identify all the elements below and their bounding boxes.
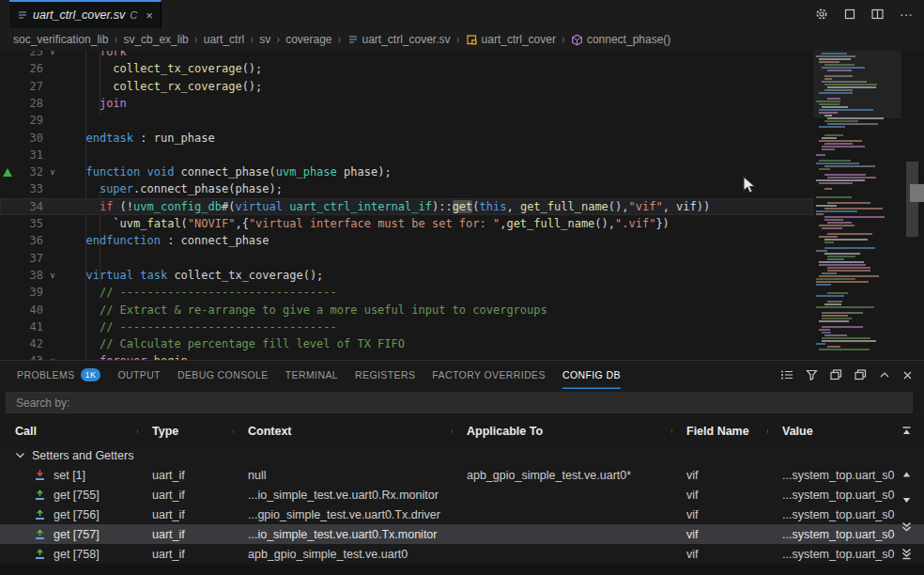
code-line-43[interactable]: 43∨ forever begin xyxy=(0,352,813,360)
scroll-down-button[interactable] xyxy=(899,492,914,507)
panel-tab-output[interactable]: OUTPUT xyxy=(117,361,161,389)
code-line-41[interactable]: 41 // -------------------------------- xyxy=(0,319,813,335)
table-row-get-756-[interactable]: get [756]uart_if...gpio_simple_test.ve.u… xyxy=(0,505,924,524)
line-number: 26 xyxy=(0,60,43,77)
editor-scrollbar-handle[interactable] xyxy=(910,184,924,202)
fold-chevron-icon xyxy=(45,180,60,197)
view-as-list-icon[interactable] xyxy=(780,369,793,381)
table-row-get-757-[interactable]: get [757]uart_if...io_simple_test.ve.uar… xyxy=(0,524,924,544)
breadcrumb-item-soc-verification-lib[interactable]: soc_verification_lib xyxy=(13,33,108,46)
breadcrumb-item-sv[interactable]: sv xyxy=(259,33,270,46)
editor-tab[interactable]: uart_ctrl_cover.sv C × xyxy=(9,0,162,28)
filter-icon[interactable] xyxy=(806,369,818,381)
scroll-up-button[interactable] xyxy=(899,467,914,482)
panel-tab-terminal[interactable]: TERMINAL xyxy=(285,361,338,389)
code-line-34[interactable]: 34 if (!uvm_config_db#(virtual uart_ctrl… xyxy=(0,198,813,215)
cell-call: set [1] xyxy=(0,469,137,482)
breadcrumb-item-coverage[interactable]: coverage xyxy=(285,33,331,46)
duplicate-window-icon[interactable] xyxy=(855,369,867,381)
cell-context: ...io_simple_test.ve.uart0.Tx.monitor xyxy=(233,528,452,541)
breadcrumb-item-connect-phase-[interactable]: connect_phase() xyxy=(571,33,670,46)
cell-field_name: vif xyxy=(671,469,767,482)
code-line-36[interactable]: 36 endfunction : connect_phase xyxy=(0,232,813,249)
code-text: join xyxy=(72,95,127,112)
line-number: 33 xyxy=(0,180,43,197)
panel-tab-factory-overrides[interactable]: FACTORY OVERRIDES xyxy=(432,361,546,389)
close-panel-icon[interactable] xyxy=(902,370,913,381)
code-text: forever begin xyxy=(72,352,188,360)
panel-tab-debug-console[interactable]: DEBUG CONSOLE xyxy=(177,361,269,389)
code-line-29[interactable]: 29 xyxy=(0,112,813,129)
cell-call: get [756] xyxy=(0,508,137,521)
fold-chevron-icon xyxy=(45,302,60,319)
panel-tab-problems[interactable]: PROBLEMS1K xyxy=(17,361,100,389)
code-text: collect_tx_coverage(); xyxy=(72,60,262,77)
code-text: `uvm_fatal("NOVIF",{"virtual interface m… xyxy=(72,215,670,232)
fold-chevron-icon xyxy=(45,112,60,129)
column-header-field-name[interactable]: Field Name xyxy=(671,425,767,438)
code-line-31[interactable]: 31 xyxy=(0,147,813,163)
code-text: endfunction : connect_phase xyxy=(72,232,270,249)
tab-close-icon[interactable]: × xyxy=(146,9,153,22)
table-row-get-755-[interactable]: get [755]uart_if...io_simple_test.ve.uar… xyxy=(0,485,924,505)
code-text: endtask : run_phase xyxy=(72,130,215,147)
fold-chevron-icon[interactable]: ∨ xyxy=(45,51,60,60)
method-icon xyxy=(571,34,583,46)
split-editor-icon[interactable] xyxy=(871,8,884,20)
column-header-context[interactable]: Context xyxy=(233,425,452,438)
table-row-set-1-[interactable]: set [1]uart_ifnullapb_gpio_simple_test.v… xyxy=(0,465,924,485)
code-line-38[interactable]: 38∨ virtual task collect_tx_coverage(); xyxy=(0,267,813,284)
column-header-applicable-to[interactable]: Applicable To xyxy=(452,425,671,438)
code-line-30[interactable]: 30 endtask : run_phase xyxy=(0,130,813,147)
panel-tab-registers[interactable]: REGISTERS xyxy=(355,361,415,389)
panel-tab-label: CONFIG DB xyxy=(562,369,621,381)
fold-chevron-icon xyxy=(45,319,60,335)
code-line-33[interactable]: 33 super.connect_phase(phase); xyxy=(0,180,813,197)
fold-chevron-icon[interactable]: ∨ xyxy=(45,267,60,284)
code-line-28[interactable]: 28 join xyxy=(0,95,813,112)
breadcrumb-item-sv-cb-ex-lib[interactable]: sv_cb_ex_lib xyxy=(123,33,188,46)
panel-tab-label: OUTPUT xyxy=(117,369,161,381)
breadcrumb: soc_verification_lib›sv_cb_ex_lib›uart_c… xyxy=(0,28,924,51)
column-header-call[interactable]: Call xyxy=(0,425,137,438)
cell-context: ...gpio_simple_test.ve.uart0.Tx.driver xyxy=(233,508,452,521)
code-text: // Calculate percentage fill level of TX… xyxy=(72,335,405,352)
breadcrumb-item-uart-ctrl[interactable]: uart_ctrl xyxy=(204,33,244,46)
minimap[interactable] xyxy=(813,51,901,360)
line-number: 30 xyxy=(0,130,43,147)
code-line-42[interactable]: 42 // Calculate percentage fill level of… xyxy=(0,335,813,352)
code-line-35[interactable]: 35 `uvm_fatal("NOVIF",{"virtual interfac… xyxy=(0,215,813,232)
search-input[interactable] xyxy=(6,392,913,413)
more-actions-icon[interactable]: ··· xyxy=(900,7,913,22)
table-row-get-758-[interactable]: get [758]uart_ifapb_gpio_simple_test.ve.… xyxy=(0,544,924,564)
cell-type: uart_if xyxy=(137,469,233,482)
breadcrumb-item-uart-ctrl-cover-sv[interactable]: uart_ctrl_cover.sv xyxy=(347,33,451,46)
settings-gear-icon[interactable] xyxy=(815,8,828,21)
code-text: fork xyxy=(72,51,127,60)
code-line-37[interactable]: 37 xyxy=(0,250,813,267)
breadcrumb-item-uart-ctrl-cover[interactable]: uart_ctrl_cover xyxy=(466,33,556,46)
code-line-40[interactable]: 40 // Extract & re-arrange to give a mor… xyxy=(0,302,813,319)
code-line-25[interactable]: 25∨ fork xyxy=(0,51,813,60)
breadcrumb-separator: › xyxy=(276,33,280,46)
page-down-button[interactable] xyxy=(899,519,914,534)
tab-badge: C xyxy=(130,9,137,21)
cell-type: uart_if xyxy=(137,528,233,541)
open-new-window-icon[interactable] xyxy=(830,369,842,381)
scroll-top-button[interactable] xyxy=(899,424,914,439)
collapse-panel-icon[interactable] xyxy=(879,370,890,380)
code-line-27[interactable]: 27 collect_rx_coverage(); xyxy=(0,78,813,95)
panel-tab-config-db[interactable]: CONFIG DB xyxy=(562,361,621,389)
breadcrumb-label: soc_verification_lib xyxy=(13,33,108,46)
code-line-26[interactable]: 26 collect_tx_coverage(); xyxy=(0,60,813,77)
code-line-39[interactable]: 39 // -------------------------------- xyxy=(0,284,813,301)
fold-chevron-icon[interactable]: ∨ xyxy=(45,352,60,360)
fold-chevron-icon[interactable]: ∨ xyxy=(45,163,60,180)
scroll-bottom-button[interactable] xyxy=(899,546,914,561)
column-header-type[interactable]: Type xyxy=(137,425,233,438)
group-row-setters-and-getters[interactable]: Setters and Getters xyxy=(0,445,924,465)
layout-square-icon[interactable] xyxy=(844,8,855,20)
breadcrumb-label: uart_ctrl_cover.sv xyxy=(362,33,451,46)
code-line-32[interactable]: 32∨ function void connect_phase(uvm_phas… xyxy=(0,163,813,180)
fold-chevron-icon xyxy=(45,130,60,147)
